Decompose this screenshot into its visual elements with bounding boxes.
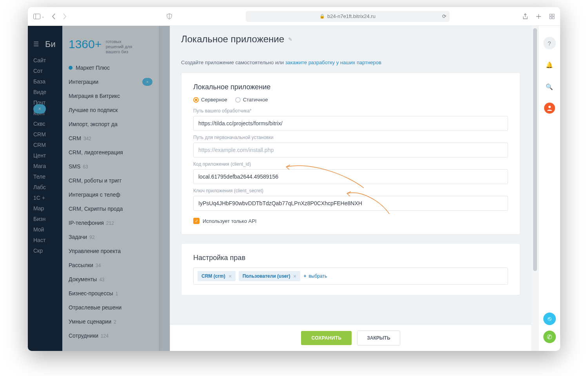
svg-point-6 [548,106,551,108]
api-only-checkbox[interactable]: ✓ [193,218,200,224]
browser-chrome: ⌄ 🔒 b24-n7e1ft.bitrix24.ru ⟳ [28,7,560,26]
svg-rect-4 [550,17,552,19]
rights-tag-crm[interactable]: CRM (crm)✕ [198,271,236,281]
right-sidebar: ? 🔔 🔍 ⎋ ✆ [538,26,560,351]
client-id-label: Код приложения (client_id) [193,161,508,167]
local-app-section-title: Локальное приложение [193,83,508,91]
search-icon[interactable]: 🔍 [543,81,556,93]
close-button[interactable]: ЗАКРЫТЬ [357,331,400,345]
svg-rect-5 [552,17,554,19]
url-field[interactable]: 🔒 b24-n7e1ft.bitrix24.ru ⟳ [246,11,450,22]
radio-server[interactable]: Серверное [193,97,227,103]
rights-title: Настройка прав [193,254,508,262]
new-tab-icon[interactable] [536,13,541,20]
sidebar-toggle-icon[interactable]: ⌄ [33,14,45,19]
intro-text: Создайте приложение самостоятельно или з… [181,60,520,65]
client-secret-label: Ключ приложения (client_secret) [193,188,508,193]
flyout-title: Локальное приложение [181,34,284,45]
scrollbar-thumb[interactable] [533,28,537,271]
svg-rect-2 [550,14,552,16]
remove-tag-icon[interactable]: ✕ [293,274,296,278]
api-only-label: Использует только API [203,218,256,224]
avatar-icon[interactable] [544,103,555,114]
save-button[interactable]: СОХРАНИТЬ [301,331,352,345]
scrollbar-track[interactable] [531,26,538,351]
handler-input[interactable] [193,116,508,131]
svg-rect-0 [34,14,40,19]
remove-tag-icon[interactable]: ✕ [229,274,232,278]
logout-icon[interactable]: ⎋ [543,313,556,325]
bell-icon[interactable]: 🔔 [543,59,556,71]
partners-link[interactable]: закажите разработку у наших партнеров [285,60,381,65]
svg-rect-3 [552,14,554,16]
shield-icon[interactable] [166,13,172,20]
nav-back-icon[interactable] [52,13,56,20]
help-icon[interactable]: ? [543,37,556,49]
radio-static[interactable]: Статичное [235,97,268,103]
rights-row: CRM (crm)✕ Пользователи (user)✕ +выбрать [193,268,508,285]
rights-card: Настройка прав CRM (crm)✕ Пользователи (… [181,243,520,295]
nav-forward-icon [63,13,67,20]
client-secret-input[interactable] [193,196,508,211]
tabs-grid-icon[interactable] [549,13,555,20]
handler-label: Путь вашего обработчика* [193,108,508,114]
rights-tag-user[interactable]: Пользователи (user)✕ [239,271,301,281]
share-icon[interactable] [523,13,528,20]
install-input[interactable] [193,143,508,157]
app-flyout: Локальное приложение ✎ Создайте приложен… [170,26,531,351]
add-right-button[interactable]: +выбрать [303,273,327,279]
lock-icon: 🔒 [319,14,325,19]
reload-icon[interactable]: ⟳ [442,13,446,19]
edit-title-icon[interactable]: ✎ [288,36,292,42]
call-icon[interactable]: ✆ [543,331,556,343]
app-config-card: Локальное приложение Серверное Статичное… [181,72,520,235]
client-id-input[interactable] [193,169,508,184]
url-host: b24-n7e1ft.bitrix24.ru [327,13,376,19]
install-label: Путь для первоначальной установки [193,135,508,140]
